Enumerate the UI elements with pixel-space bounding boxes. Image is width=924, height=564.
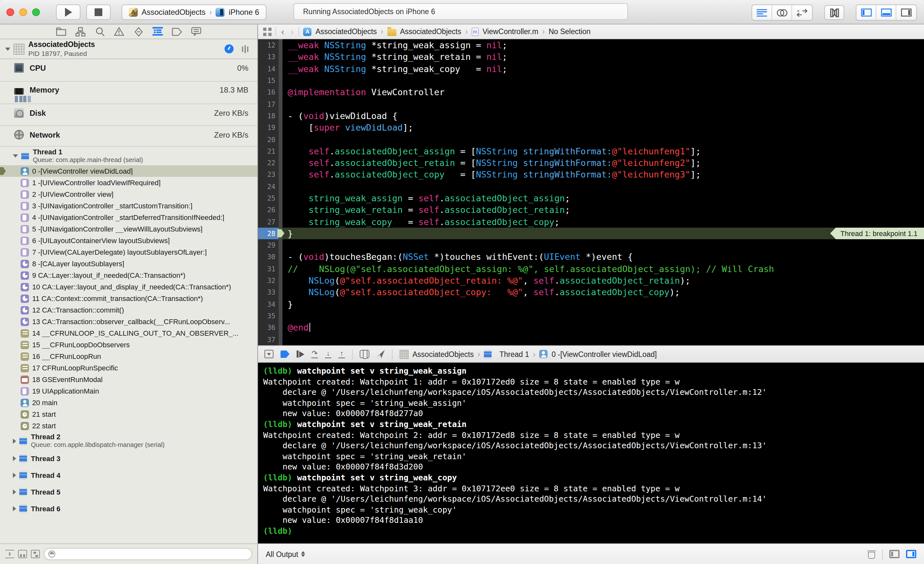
line-number[interactable]: 28 (258, 227, 279, 239)
thread-row[interactable]: Thread 4 (0, 467, 257, 483)
step-out-button[interactable]: ↑ (339, 350, 345, 358)
line-number[interactable]: 20 (258, 133, 279, 145)
code-line[interactable]: 30 - (void)touchesBegan:(NSSet *)touches… (258, 251, 924, 263)
run-button[interactable] (56, 4, 80, 19)
line-number[interactable]: 32 (258, 275, 279, 287)
crashed-threads-filter-icon[interactable] (18, 550, 27, 558)
line-number[interactable]: 27 (258, 216, 279, 227)
assistant-editor-button[interactable] (772, 5, 792, 20)
thread-2-header[interactable]: Thread 2 Queue: com.apple.libdispatch-ma… (0, 431, 257, 450)
jumpbar-project[interactable]: AssociatedObjects (316, 28, 377, 35)
line-number[interactable]: 34 (258, 298, 279, 310)
code-line[interactable]: 28 } Thread 1: breakpoint 1.1 (258, 227, 924, 239)
stack-frame[interactable]: 6 -[UILayoutContainerView layoutSubviews… (0, 235, 257, 246)
filter-field[interactable] (44, 548, 252, 560)
stack-frame[interactable]: 5 -[UINavigationController __viewWillLay… (0, 223, 257, 235)
code-line[interactable]: 27 string_weak_copy = self.associatedObj… (258, 216, 924, 227)
disclosure-triangle-icon[interactable] (13, 489, 16, 495)
code-line[interactable]: 14 __weak NSString *string_weak_copy = n… (258, 63, 924, 75)
stack-frames-filter-icon[interactable] (31, 550, 40, 558)
source-editor[interactable]: 12 __weak NSString *string_weak_assign =… (258, 39, 924, 346)
line-number[interactable]: 17 (258, 98, 279, 110)
debug-navigator-icon[interactable] (152, 26, 163, 37)
line-number[interactable]: 35 (258, 310, 279, 322)
line-number[interactable]: 36 (258, 322, 279, 334)
line-number[interactable]: 14 (258, 63, 279, 75)
code-line[interactable]: 24 (258, 180, 924, 192)
line-number[interactable]: 21 (258, 145, 279, 157)
stack-frame[interactable]: 18 GSEventRunModal (0, 374, 257, 385)
code-line[interactable]: 16 @implementation ViewController (258, 86, 924, 98)
stack-frame[interactable]: 3 -[UINavigationController _startCustomT… (0, 200, 257, 212)
clear-console-button[interactable] (867, 549, 876, 558)
line-number[interactable]: 18 (258, 110, 279, 122)
related-items-icon[interactable] (263, 27, 272, 36)
output-filter-dropdown[interactable]: All Output (266, 550, 304, 558)
zoom-window-button[interactable] (32, 8, 40, 16)
gauge-icon[interactable] (225, 44, 234, 53)
line-number[interactable]: 31 (258, 263, 279, 275)
code-line[interactable]: 34 } (258, 298, 924, 310)
stack-frame[interactable]: 13 CA::Transaction::observer_callback(__… (0, 316, 257, 327)
cpu-gauge-row[interactable]: CPU 0% (0, 59, 257, 82)
code-line[interactable]: 21 self.associatedObject_assign = [NSStr… (258, 145, 924, 157)
standard-editor-button[interactable] (752, 5, 772, 20)
line-number[interactable]: 25 (258, 192, 279, 204)
disclosure-triangle-icon[interactable] (13, 473, 16, 478)
code-line[interactable]: 19 [super viewDidLoad]; (258, 121, 924, 133)
code-line[interactable]: 15 (258, 75, 924, 87)
hide-debug-area-button[interactable] (264, 350, 273, 358)
continue-button[interactable] (297, 350, 304, 358)
code-line[interactable]: 13 __weak NSString *string_weak_retain =… (258, 51, 924, 63)
line-number[interactable]: 26 (258, 204, 279, 216)
process-row[interactable]: AssociatedObjects PID 18797, Paused (0, 39, 257, 59)
line-number[interactable]: 29 (258, 239, 279, 251)
version-editor-button[interactable] (792, 5, 812, 20)
editor-brackets-button[interactable] (824, 5, 844, 20)
go-forward-button[interactable]: › (289, 27, 295, 36)
disk-gauge-row[interactable]: Disk Zero KB/s (0, 104, 257, 126)
stack-frame[interactable]: 16 __CFRunLoopRun (0, 350, 257, 362)
code-line[interactable]: 17 (258, 98, 924, 110)
stack-frame[interactable]: 8 -[CALayer layoutSublayers] (0, 258, 257, 269)
view-hierarchy-button[interactable] (360, 350, 369, 358)
code-line[interactable]: 20 (258, 133, 924, 145)
thread-row[interactable]: Thread 5 (0, 483, 257, 500)
thread-row[interactable]: Thread 3 (0, 450, 257, 467)
view-mode-icon[interactable] (242, 44, 248, 53)
stack-frame[interactable]: 21 start (0, 408, 257, 420)
debugbar-frame[interactable]: 0 -[ViewController viewDidLoad] (552, 350, 657, 358)
project-navigator-icon[interactable] (56, 26, 67, 37)
symbol-navigator-icon[interactable] (75, 26, 86, 37)
utilities-toggle-button[interactable] (896, 5, 916, 20)
debug-area-toggle-button[interactable] (876, 5, 896, 20)
line-number[interactable]: 23 (258, 169, 279, 181)
console-view-toggle-button[interactable] (906, 550, 916, 558)
step-over-button[interactable]: ↷ (311, 350, 318, 358)
line-number[interactable]: 33 (258, 286, 279, 298)
line-number[interactable]: 37 (258, 334, 279, 346)
variables-view-toggle-button[interactable] (889, 550, 900, 558)
scheme-selector[interactable]: A AssociatedObjects › iPhone 6 (122, 4, 266, 19)
stop-button[interactable] (86, 4, 111, 19)
code-line[interactable]: 32 NSLog(@"self.associatedObject_retain:… (258, 275, 924, 287)
line-number[interactable]: 30 (258, 251, 279, 263)
lldb-console[interactable]: (lldb) watchpoint set v string_weak_assi… (258, 363, 924, 543)
stack-frame[interactable]: 12 CA::Transaction::commit() (0, 304, 257, 316)
code-line[interactable]: 37 (258, 334, 924, 346)
debugbar-process[interactable]: AssociatedObjects (412, 350, 474, 358)
jumpbar-file[interactable]: ViewController.m (483, 28, 538, 35)
line-number[interactable]: 19 (258, 121, 279, 133)
issue-navigator-icon[interactable] (114, 26, 124, 37)
simulate-location-button[interactable] (376, 350, 385, 358)
line-number[interactable]: 13 (258, 51, 279, 63)
disclosure-triangle-icon[interactable] (13, 506, 16, 511)
stack-frame[interactable]: 14 __CFRUNLOOP_IS_CALLING_OUT_TO_AN_OBSE… (0, 327, 257, 339)
disclosure-triangle-icon[interactable] (13, 154, 18, 157)
thread-1-header[interactable]: Thread 1 Queue: com.apple.main-thread (s… (0, 147, 257, 165)
line-number[interactable]: 16 (258, 86, 279, 98)
line-number[interactable]: 22 (258, 157, 279, 169)
stack-frame[interactable]: 10 CA::Layer::layout_and_display_if_need… (0, 281, 257, 293)
stack-frame[interactable]: 20 main (0, 397, 257, 408)
stack-frame[interactable]: 4 -[UINavigationController _startDeferre… (0, 212, 257, 223)
